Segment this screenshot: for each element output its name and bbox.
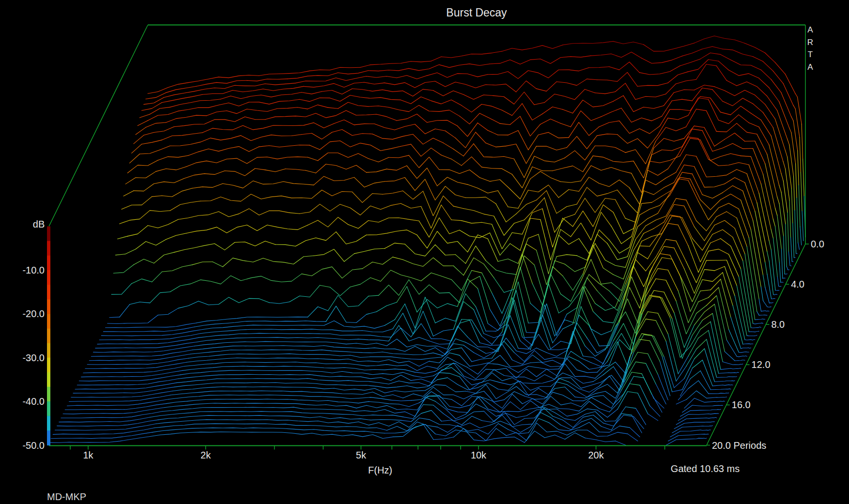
svg-text:20k: 20k	[588, 450, 604, 460]
svg-text:MD-MKP: MD-MKP	[47, 491, 86, 502]
svg-text:R: R	[807, 38, 813, 47]
svg-text:1k: 1k	[83, 450, 93, 460]
svg-text:Gated 10.63 ms: Gated 10.63 ms	[671, 463, 740, 474]
svg-text:A: A	[807, 62, 813, 72]
svg-text:0.0: 0.0	[811, 239, 824, 249]
svg-text:-30.0: -30.0	[22, 352, 45, 363]
svg-text:-20.0: -20.0	[22, 308, 45, 319]
svg-text:dB: dB	[33, 219, 45, 229]
svg-text:Burst Decay: Burst Decay	[446, 6, 507, 19]
svg-text:2k: 2k	[201, 450, 211, 460]
svg-text:5k: 5k	[356, 450, 367, 460]
svg-text:8.0: 8.0	[771, 319, 785, 330]
svg-text:-10.0: -10.0	[22, 265, 45, 275]
svg-text:F(Hz): F(Hz)	[368, 465, 392, 475]
svg-text:A: A	[807, 25, 813, 34]
svg-text:10k: 10k	[471, 450, 487, 460]
svg-text:-50.0: -50.0	[22, 440, 45, 451]
svg-text:20.0 Periods: 20.0 Periods	[712, 440, 766, 451]
svg-text:T: T	[808, 50, 813, 59]
svg-text:16.0: 16.0	[732, 399, 751, 410]
svg-text:12.0: 12.0	[752, 359, 771, 370]
svg-text:4.0: 4.0	[791, 279, 804, 290]
svg-text:-40.0: -40.0	[22, 396, 45, 407]
